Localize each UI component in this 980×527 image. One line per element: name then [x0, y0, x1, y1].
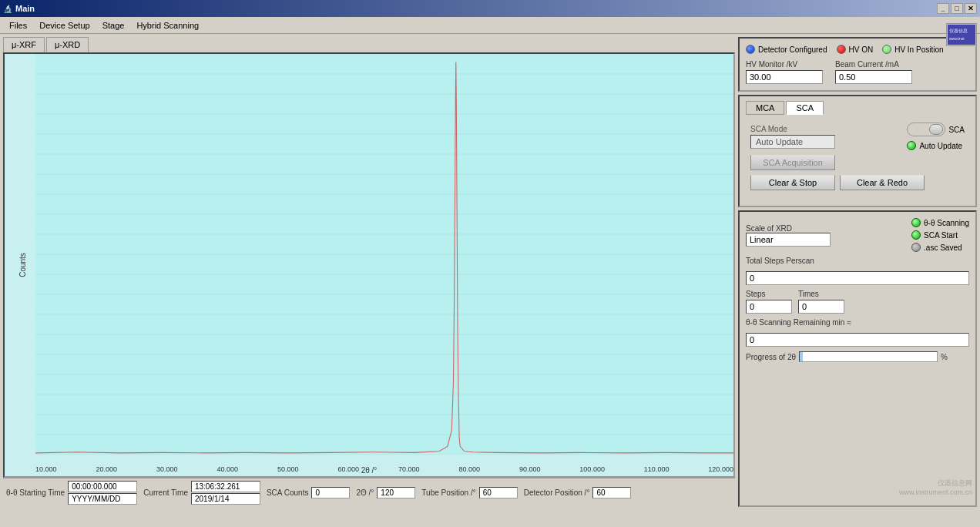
starting-date-value: YYYY/MM/DD: [68, 493, 137, 505]
current-date-value: 2019/1/14: [191, 493, 260, 505]
hv-panel: Detector Configured HV ON HV In Position…: [738, 37, 977, 92]
watermark: 仪器信息网www.instrument.com.cn: [899, 478, 972, 496]
progress-bar-container: [799, 351, 938, 362]
tab-uxrd[interactable]: μ-XRD: [46, 37, 89, 52]
window-title: Main: [15, 4, 35, 13]
sca-start-label: SCA Start: [924, 231, 958, 240]
sca-start-indicator: SCA Start: [911, 230, 969, 240]
x-tick-10: 100.000: [579, 465, 605, 473]
two-theta-label: 2Θ /°: [356, 488, 374, 497]
svg-rect-0: [948, 25, 975, 45]
scale-xrd-input[interactable]: [746, 233, 831, 247]
detector-configured-label: Detector Configured: [758, 45, 827, 54]
xrd-panel: Scale of XRD θ-θ Scanning SCA Start .asc: [738, 210, 977, 507]
menu-hybrid-scanning[interactable]: Hybrid Scanning: [130, 19, 205, 32]
left-panel: μ-XRF μ-XRD Counts: [3, 37, 735, 507]
sca-acquisition-button[interactable]: SCA Acquisition: [750, 155, 835, 170]
sca-toggle[interactable]: [907, 123, 945, 136]
two-theta-value: 120: [377, 487, 415, 498]
hv-in-position-dot: [882, 45, 891, 54]
chart-svg: 0 500 1000 1500 2000 2500 3000 3500 4000…: [35, 54, 733, 455]
minimize-button[interactable]: _: [937, 3, 949, 14]
sca-mode-row: SCA Mode SCA Auto U: [750, 123, 965, 150]
scanning-remaining-input[interactable]: [746, 333, 969, 347]
menu-device-setup[interactable]: Device Setup: [33, 19, 96, 32]
sca-toggle-row: SCA: [907, 123, 965, 136]
app-icon: 🔬: [3, 5, 12, 13]
tube-position-value: 60: [479, 487, 518, 498]
menu-files[interactable]: Files: [3, 19, 33, 32]
steps-input[interactable]: [746, 300, 792, 314]
hv-monitor-input[interactable]: [746, 70, 823, 84]
sca-content-panel: SCA Mode SCA Auto U: [746, 118, 969, 200]
steps-label: Steps: [746, 290, 792, 298]
panel-tabs: MCA SCA: [746, 101, 969, 115]
x-tick-2: 20.000: [96, 465, 117, 473]
svg-text:仪器信息: 仪器信息: [949, 29, 968, 33]
main-container: μ-XRF μ-XRD Counts: [0, 34, 980, 510]
auto-update-indicator: Auto Update: [907, 141, 962, 150]
tab-mca[interactable]: MCA: [746, 101, 784, 115]
tube-position-label: Tube Position /°: [421, 488, 475, 497]
close-button[interactable]: ✕: [965, 3, 977, 14]
progress-bar-fill: [800, 352, 803, 361]
x-axis-ticks: 10.000 20.000 30.000 40.000 50.000 60.00…: [35, 465, 733, 473]
y-axis-label: Counts: [18, 253, 27, 277]
auto-update-label: Auto Update: [919, 142, 962, 150]
current-time-value: 13:06:32.261: [191, 481, 260, 492]
theta-scanning-dot: [911, 218, 921, 227]
starting-time-value: 00:00:00.000: [68, 481, 137, 492]
x-tick-4: 40.000: [216, 465, 238, 473]
detector-configured-indicator: Detector Configured: [746, 45, 827, 54]
total-steps-row: Total Steps Perscan: [746, 257, 969, 285]
sca-mode-input[interactable]: [750, 135, 835, 149]
auto-update-dot: [907, 141, 916, 150]
hv-monitor-group: HV Monitor /kV: [746, 60, 823, 84]
hv-on-indicator: HV ON: [837, 45, 874, 54]
hv-on-dot: [837, 45, 846, 54]
indicator-row: Detector Configured HV ON HV In Position: [746, 45, 969, 54]
detector-position-value: 60: [592, 487, 631, 498]
x-tick-5: 50.000: [277, 465, 299, 473]
beam-current-input[interactable]: [835, 70, 912, 84]
scale-xrd-row: Scale of XRD θ-θ Scanning SCA Start .asc: [746, 218, 969, 252]
maximize-button[interactable]: □: [951, 3, 963, 14]
tab-uxrf[interactable]: μ-XRF: [3, 37, 45, 52]
sca-label: SCA: [948, 126, 965, 134]
mca-sca-panel: MCA SCA SCA Mode: [738, 95, 977, 207]
clear-buttons-row: Clear & Stop Clear & Redo: [750, 175, 965, 190]
starting-time-group: θ-θ Starting Time 00:00:00.000 YYYY/MM/D…: [6, 481, 137, 505]
menu-stage[interactable]: Stage: [96, 19, 131, 32]
x-tick-12: 120.000: [708, 465, 733, 473]
two-theta-group: 2Θ /° 120: [356, 487, 415, 498]
asc-saved-label: .asc Saved: [924, 243, 962, 252]
x-tick-11: 110.000: [644, 465, 670, 473]
scanning-remaining-row: θ-θ Scanning Remaining min ≈: [746, 318, 969, 347]
asc-saved-dot: [911, 243, 921, 252]
x-axis-label: 2θ /°: [361, 466, 378, 475]
tab-sca[interactable]: SCA: [786, 101, 824, 115]
logo-area: 仪器信息 www.inst: [946, 23, 977, 46]
theta-theta-scanning-indicator: θ-θ Scanning: [911, 218, 969, 227]
title-bar-left: 🔬 Main: [3, 4, 35, 13]
hv-row: HV Monitor /kV Beam Current /mA: [746, 60, 969, 84]
starting-time-label: θ-θ Starting Time: [6, 488, 65, 497]
hv-on-label: HV ON: [849, 45, 874, 54]
sca-start-dot: [911, 230, 921, 240]
clear-redo-button[interactable]: Clear & Redo: [840, 175, 925, 190]
clear-stop-button[interactable]: Clear & Stop: [750, 175, 835, 190]
svg-text:www.inst: www.inst: [949, 36, 965, 41]
total-steps-input[interactable]: [746, 271, 969, 285]
hv-in-position-indicator: HV In Position: [882, 45, 943, 54]
sca-counts-value: 0: [311, 487, 350, 498]
sca-counts-group: SCA Counts 0: [267, 487, 350, 498]
x-tick-9: 90.000: [519, 465, 541, 473]
progress-row: Progress of 2θ %: [746, 351, 969, 362]
detector-configured-dot: [746, 45, 755, 54]
right-panel: Detector Configured HV ON HV In Position…: [738, 37, 977, 507]
total-steps-label: Total Steps Perscan: [746, 257, 814, 265]
times-input[interactable]: [798, 300, 844, 314]
scanning-remaining-label: θ-θ Scanning Remaining min ≈: [746, 318, 851, 327]
current-time-label: Current Time: [143, 488, 188, 497]
hv-monitor-label: HV Monitor /kV: [746, 60, 823, 69]
